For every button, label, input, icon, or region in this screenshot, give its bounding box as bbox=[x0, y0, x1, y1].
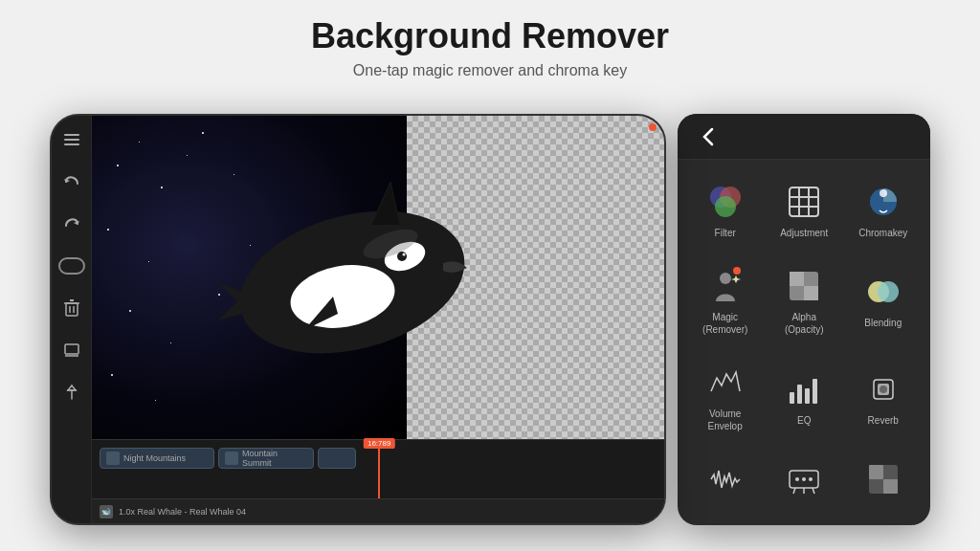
reverb-icon bbox=[864, 370, 902, 408]
track-clip-mountain-summit[interactable]: Mountain Summit bbox=[218, 448, 314, 469]
clip-label-2: Mountain Summit bbox=[242, 449, 307, 468]
record-icon[interactable] bbox=[57, 252, 86, 280]
back-button[interactable] bbox=[693, 121, 724, 152]
panel-item-chromakey[interactable]: Chromakey bbox=[843, 167, 923, 252]
whale-track-icon: 🐋 bbox=[100, 505, 113, 518]
more-icon[interactable] bbox=[57, 125, 86, 154]
panel-item-checker[interactable] bbox=[843, 446, 923, 518]
blending-icon bbox=[864, 273, 902, 311]
svg-rect-33 bbox=[790, 392, 794, 404]
page-title: Background Remover bbox=[311, 16, 669, 56]
delete-icon[interactable] bbox=[57, 294, 86, 322]
svg-rect-8 bbox=[65, 344, 78, 354]
panel-item-reverb[interactable]: Reverb bbox=[843, 349, 923, 446]
svg-point-43 bbox=[809, 477, 813, 481]
svg-point-27 bbox=[720, 273, 731, 284]
eq-icon bbox=[785, 370, 823, 408]
svg-rect-1 bbox=[64, 139, 79, 141]
filter-icon bbox=[706, 183, 745, 221]
canvas-area bbox=[92, 116, 664, 439]
playhead: 16:789 bbox=[378, 440, 380, 498]
magic-remover-label: Magic(Remover) bbox=[702, 311, 747, 336]
svg-rect-20 bbox=[790, 187, 818, 216]
redo-icon[interactable] bbox=[57, 209, 86, 238]
svg-rect-35 bbox=[805, 388, 810, 404]
adjustment-label: Adjustment bbox=[780, 227, 828, 239]
svg-point-39 bbox=[880, 386, 887, 393]
eq-label: EQ bbox=[797, 414, 811, 427]
device-wrapper: 16:789 Night Mountains Mountain Summit bbox=[50, 114, 930, 535]
svg-rect-46 bbox=[883, 479, 898, 494]
checker-icon bbox=[864, 460, 902, 498]
panel-item-magic-remover[interactable]: Magic(Remover) bbox=[685, 252, 765, 348]
panel-item-waveform[interactable] bbox=[685, 446, 765, 518]
bottom-track: 🐋 1.0x Real Whale - Real Whale 04 bbox=[92, 498, 664, 523]
svg-point-15 bbox=[403, 253, 406, 256]
filter-label: Filter bbox=[715, 227, 736, 239]
chromakey-icon bbox=[864, 183, 902, 221]
page-subtitle: One-tap magic remover and chroma key bbox=[311, 62, 669, 79]
layers-icon[interactable] bbox=[57, 336, 86, 364]
waveform-icon bbox=[706, 460, 745, 498]
panel-item-filter[interactable]: Filter bbox=[685, 167, 765, 252]
panel-item-midi[interactable] bbox=[765, 446, 844, 518]
chromakey-label: Chromakey bbox=[858, 227, 907, 239]
undo-icon[interactable] bbox=[57, 167, 86, 196]
clip-thumb-2 bbox=[225, 452, 238, 465]
playhead-time: 16:789 bbox=[364, 438, 394, 449]
main-content: 16:789 Night Mountains Mountain Summit bbox=[92, 116, 664, 523]
volume-icon bbox=[706, 364, 745, 402]
svg-point-26 bbox=[880, 189, 887, 197]
svg-rect-45 bbox=[869, 465, 883, 479]
panel-header bbox=[678, 114, 930, 160]
timeline: 16:789 Night Mountains Mountain Summit bbox=[92, 439, 664, 523]
orca-image bbox=[199, 172, 524, 383]
svg-rect-30 bbox=[804, 286, 818, 300]
adjustment-icon bbox=[785, 183, 823, 221]
svg-rect-36 bbox=[813, 379, 817, 404]
clip-label-1: Night Mountains bbox=[123, 453, 186, 463]
panel-item-volume-envelop[interactable]: VolumeEnvelop bbox=[685, 349, 765, 446]
clip-thumb-1 bbox=[106, 452, 120, 465]
bottom-track-label: 1.0x Real Whale - Real Whale 04 bbox=[119, 507, 246, 517]
svg-point-41 bbox=[795, 477, 799, 481]
svg-rect-0 bbox=[64, 134, 79, 136]
timeline-tracks: 16:789 Night Mountains Mountain Summit bbox=[92, 440, 664, 498]
panel-item-adjustment[interactable]: Adjustment bbox=[765, 167, 844, 252]
panel-item-eq[interactable]: EQ bbox=[765, 349, 844, 446]
left-sidebar bbox=[52, 116, 92, 523]
svg-rect-3 bbox=[66, 303, 78, 316]
pin-icon[interactable] bbox=[57, 378, 86, 407]
svg-point-19 bbox=[715, 196, 736, 217]
alpha-label: Alpha(Opacity) bbox=[785, 311, 824, 336]
blending-label: Blending bbox=[864, 317, 902, 329]
track-clip-night-mountains[interactable]: Night Mountains bbox=[100, 448, 214, 469]
midi-icon bbox=[785, 460, 823, 498]
right-panel: Filter Adjustment bbox=[678, 114, 930, 525]
svg-point-42 bbox=[802, 477, 806, 481]
track-clip-extra[interactable] bbox=[318, 448, 356, 469]
magic-remover-icon bbox=[706, 267, 745, 305]
panel-item-blending[interactable]: Blending bbox=[843, 252, 923, 348]
volume-label: VolumeEnvelop bbox=[708, 408, 743, 432]
svg-rect-29 bbox=[790, 272, 804, 286]
reverb-label: Reverb bbox=[868, 414, 899, 427]
svg-rect-34 bbox=[797, 385, 802, 404]
device: 16:789 Night Mountains Mountain Summit bbox=[50, 114, 666, 525]
svg-rect-2 bbox=[64, 143, 79, 145]
panel-grid: Filter Adjustment bbox=[678, 160, 930, 525]
svg-point-32 bbox=[878, 281, 899, 302]
alpha-icon bbox=[785, 267, 823, 305]
panel-item-alpha[interactable]: Alpha(Opacity) bbox=[765, 252, 844, 348]
